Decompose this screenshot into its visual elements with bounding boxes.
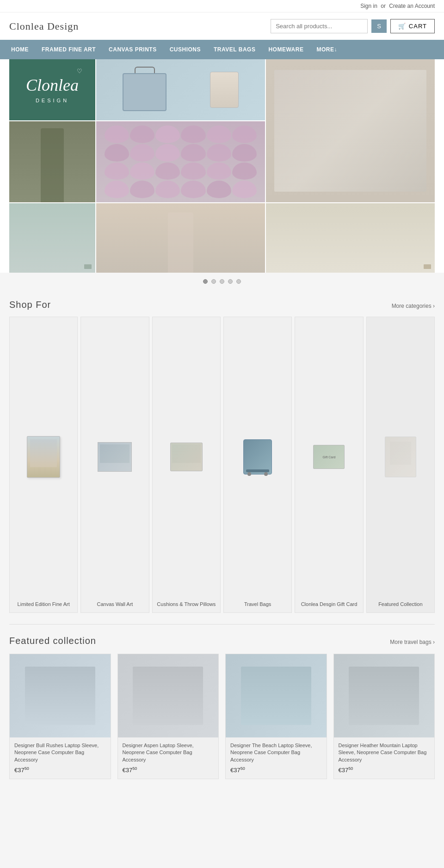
- category-fine-art-image: [10, 317, 77, 597]
- category-featured-image: [367, 317, 434, 597]
- product-3-image: [226, 654, 327, 737]
- category-travel-bags[interactable]: Travel Bags: [223, 317, 292, 613]
- product-card-1[interactable]: Designer Bull Rushes Laptop Sleeve, Neop…: [9, 654, 111, 779]
- category-canvas[interactable]: Canvas Wall Art: [80, 317, 149, 613]
- cart-button[interactable]: 🛒 CART: [390, 19, 435, 33]
- more-categories-link[interactable]: More categories ›: [392, 303, 435, 309]
- category-canvas-label: Canvas Wall Art: [94, 597, 136, 612]
- more-travel-bags-link[interactable]: More travel bags ›: [390, 639, 435, 645]
- search-icon: S: [377, 23, 381, 30]
- product-2-info: Designer Aspen Laptop Sleeve, Neoprene C…: [118, 737, 219, 779]
- hero-logo-cell: ♡ Clonlea DESIGN: [9, 59, 95, 120]
- header-actions: S 🛒 CART: [271, 19, 435, 33]
- category-grid: Limited Edition Fine Art Canvas Wall Art…: [9, 317, 435, 613]
- hero-grass-cell: [266, 203, 435, 273]
- product-2-price: €3750: [123, 766, 214, 774]
- product-4-info: Designer Heather Mountain Laptop Sleeve,…: [334, 737, 435, 779]
- featured-title: Featured collection: [9, 636, 96, 646]
- signin-link[interactable]: Sign in: [360, 3, 377, 9]
- category-gift-card-label: Clonlea Desgin Gift Card: [298, 597, 360, 612]
- dot-4[interactable]: [228, 279, 233, 284]
- category-gift-card[interactable]: Gift Card Clonlea Desgin Gift Card: [295, 317, 363, 613]
- featured-section: Featured collection More travel bags › D…: [0, 636, 444, 798]
- cart-icon: 🛒: [398, 23, 406, 30]
- category-cushions-label: Cushions & Throw Pillows: [154, 597, 218, 612]
- category-featured[interactable]: Featured Collection: [366, 317, 435, 613]
- slideshow-dots: [0, 273, 444, 290]
- product-1-name: Designer Bull Rushes Laptop Sleeve, Neop…: [14, 742, 106, 763]
- hero-cushions-cell: [266, 59, 435, 202]
- hero-pink-cell: [96, 121, 265, 202]
- dot-1[interactable]: [203, 279, 208, 284]
- category-travel-bags-image: [224, 317, 291, 597]
- product-4-image: [334, 654, 435, 737]
- search-input[interactable]: [271, 19, 368, 33]
- category-cushions-image: [153, 317, 220, 597]
- product-3-price: €3750: [230, 766, 322, 774]
- divider-1: [9, 624, 435, 624]
- hero-canister-shape: [210, 72, 239, 108]
- main-nav: HOME FRAMED FINE ART CANVAS PRINTS CUSHI…: [0, 40, 444, 59]
- product-1-price: €3750: [14, 766, 106, 774]
- hero-figure-cell: [9, 121, 95, 202]
- nav-cushions[interactable]: CUSHIONS: [163, 40, 207, 59]
- header: Clonlea Design S 🛒 CART: [0, 12, 444, 40]
- product-1-info: Designer Bull Rushes Laptop Sleeve, Neop…: [10, 737, 111, 779]
- product-grid: Designer Bull Rushes Laptop Sleeve, Neop…: [9, 654, 435, 779]
- product-1-image: [10, 654, 111, 737]
- product-3-info: Designer The Beach Laptop Sleeve, Neopre…: [226, 737, 327, 779]
- category-cushions[interactable]: Cushions & Throw Pillows: [152, 317, 221, 613]
- category-fine-art[interactable]: Limited Edition Fine Art: [9, 317, 78, 613]
- hero-brand-name: Clonlea: [26, 76, 79, 95]
- nav-home[interactable]: HOME: [5, 40, 35, 59]
- dot-3[interactable]: [220, 279, 224, 284]
- cart-label: CART: [409, 23, 427, 30]
- hero-second-row: [9, 203, 435, 273]
- nav-canvas-prints[interactable]: CANVAS PRINTS: [102, 40, 163, 59]
- top-bar: Sign in or Create an Account: [0, 0, 444, 12]
- hero-figure2-cell: [96, 203, 265, 273]
- category-fine-art-label: Limited Edition Fine Art: [15, 597, 73, 612]
- product-2-image: [118, 654, 219, 737]
- nav-homeware[interactable]: HOMEWARE: [262, 40, 310, 59]
- product-card-4[interactable]: Designer Heather Mountain Laptop Sleeve,…: [333, 654, 435, 779]
- topbar-or: or: [381, 3, 386, 9]
- create-account-link[interactable]: Create an Account: [389, 3, 435, 9]
- hero-brand-sub: DESIGN: [36, 98, 69, 103]
- hero-collage: ♡ Clonlea DESIGN: [9, 59, 435, 202]
- dot-5[interactable]: [236, 279, 241, 284]
- section-header-shop: Shop For More categories ›: [9, 300, 435, 310]
- hero-bags-cell: [96, 59, 265, 120]
- product-card-3[interactable]: Designer The Beach Laptop Sleeve, Neopre…: [225, 654, 327, 779]
- category-gift-card-image: Gift Card: [295, 317, 363, 597]
- nav-travel-bags[interactable]: TRAVEL BAGS: [207, 40, 262, 59]
- shop-for-title: Shop For: [9, 300, 51, 310]
- nav-framed-fine-art[interactable]: FRAMED FINE ART: [35, 40, 102, 59]
- nav-more[interactable]: MORE↓: [310, 40, 344, 59]
- main-content: Shop For More categories › Limited Editi…: [0, 290, 444, 624]
- search-button[interactable]: S: [371, 19, 387, 33]
- hero-heart-icon: ♡: [77, 68, 82, 75]
- product-3-name: Designer The Beach Laptop Sleeve, Neopre…: [230, 742, 322, 763]
- product-card-2[interactable]: Designer Aspen Laptop Sleeve, Neoprene C…: [117, 654, 219, 779]
- hero-seascape-cell: [9, 203, 95, 273]
- dot-2[interactable]: [211, 279, 216, 284]
- logo[interactable]: Clonlea Design: [9, 20, 79, 32]
- product-2-name: Designer Aspen Laptop Sleeve, Neoprene C…: [123, 742, 214, 763]
- category-travel-bags-label: Travel Bags: [241, 597, 274, 612]
- category-canvas-image: [81, 317, 148, 597]
- product-4-price: €3750: [339, 766, 430, 774]
- hero-section: ♡ Clonlea DESIGN: [0, 59, 444, 273]
- hero-bag-shape: [123, 73, 166, 111]
- product-4-name: Designer Heather Mountain Laptop Sleeve,…: [339, 742, 430, 763]
- section-header-featured: Featured collection More travel bags ›: [9, 636, 435, 646]
- category-featured-label: Featured Collection: [376, 597, 425, 612]
